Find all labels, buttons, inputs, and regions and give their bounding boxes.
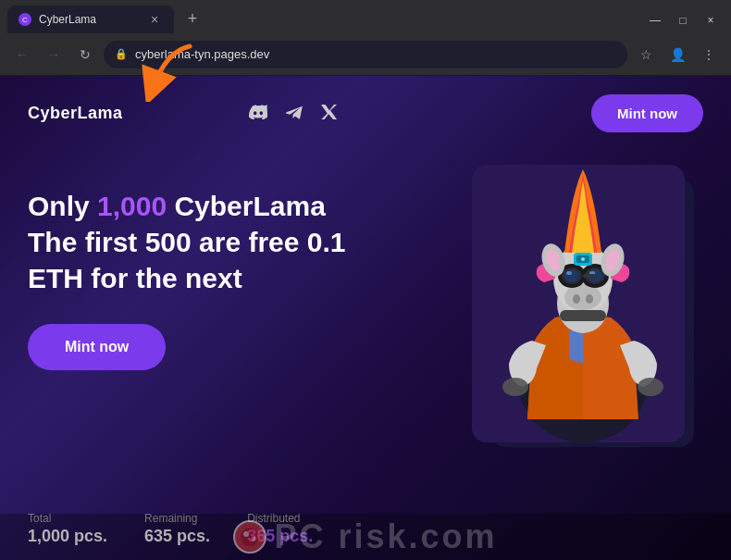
svg-point-20 bbox=[581, 257, 585, 261]
browser-frame: C CyberLama × + — □ × ← → ↻ 🔒 cyberlama-… bbox=[0, 0, 731, 560]
social-icons bbox=[249, 105, 338, 123]
svg-rect-17 bbox=[583, 274, 595, 278]
reload-button[interactable]: ↻ bbox=[72, 42, 98, 68]
nft-image-container bbox=[463, 160, 703, 456]
mint-now-button-hero[interactable]: Mint now bbox=[28, 324, 166, 370]
svg-point-7 bbox=[573, 294, 580, 304]
watermark: PC risk.com bbox=[0, 514, 731, 560]
twitter-icon[interactable] bbox=[321, 105, 338, 123]
site-logo: CyberLama bbox=[28, 104, 123, 123]
svg-point-6 bbox=[564, 284, 601, 310]
svg-rect-27 bbox=[560, 310, 606, 321]
tab-favicon: C bbox=[19, 13, 31, 26]
svg-point-30 bbox=[252, 537, 256, 541]
telegram-icon[interactable] bbox=[286, 105, 303, 123]
tab-bar: C CyberLama × + — □ × bbox=[0, 0, 731, 33]
svg-point-13 bbox=[564, 269, 579, 282]
svg-point-25 bbox=[502, 378, 528, 396]
hero-section: Only 1,000 CyberLama The first 500 are f… bbox=[0, 151, 731, 498]
tab-title: CyberLama bbox=[39, 13, 139, 26]
hero-text: Only 1,000 CyberLama The first 500 are f… bbox=[28, 169, 444, 370]
maximize-button[interactable]: □ bbox=[670, 11, 696, 30]
forward-button[interactable]: → bbox=[41, 42, 67, 68]
svg-point-15 bbox=[566, 271, 572, 275]
window-controls: — □ × bbox=[642, 11, 724, 33]
profile-icon[interactable]: 👤 bbox=[664, 42, 690, 68]
nft-llama-art bbox=[463, 160, 703, 456]
hero-heading: Only 1,000 CyberLama The first 500 are f… bbox=[28, 188, 444, 296]
active-tab[interactable]: C CyberLama × bbox=[7, 6, 174, 33]
svg-point-26 bbox=[638, 378, 663, 396]
lock-icon: 🔒 bbox=[115, 48, 128, 60]
browser-toolbar: ← → ↻ 🔒 cyberlama-tyn.pages.dev ☆ 👤 ⋮ bbox=[0, 33, 731, 76]
back-button[interactable]: ← bbox=[9, 42, 35, 68]
discord-icon[interactable] bbox=[249, 105, 267, 123]
website-content: CyberLama bbox=[0, 76, 731, 560]
toolbar-right: ☆ 👤 ⋮ bbox=[633, 42, 722, 68]
browser-menu-icon[interactable]: ⋮ bbox=[696, 42, 722, 68]
mint-now-button-nav[interactable]: Mint now bbox=[591, 94, 703, 132]
watermark-text: PC risk.com bbox=[274, 517, 497, 556]
close-button[interactable]: × bbox=[698, 11, 724, 30]
minimize-button[interactable]: — bbox=[642, 11, 668, 30]
bookmark-icon[interactable]: ☆ bbox=[633, 42, 659, 68]
new-tab-button[interactable]: + bbox=[180, 6, 205, 31]
tab-close-button[interactable]: × bbox=[146, 11, 163, 28]
watermark-dot bbox=[233, 520, 266, 554]
address-text: cyberlama-tyn.pages.dev bbox=[135, 47, 616, 61]
svg-point-28 bbox=[241, 528, 259, 546]
svg-point-29 bbox=[243, 531, 249, 537]
site-navigation: CyberLama bbox=[0, 76, 731, 151]
address-bar[interactable]: 🔒 cyberlama-tyn.pages.dev bbox=[104, 41, 627, 68]
svg-point-8 bbox=[586, 294, 593, 304]
